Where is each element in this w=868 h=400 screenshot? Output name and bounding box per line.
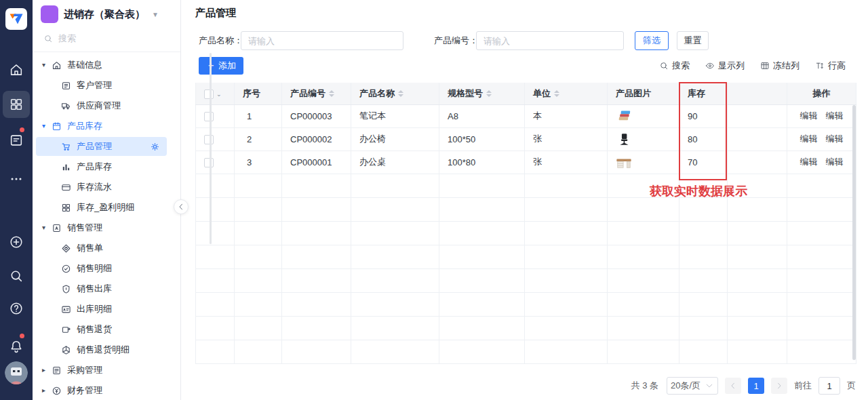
row-checkbox[interactable] [204,135,214,144]
edit-link[interactable]: 编辑 [826,157,844,167]
table-scrollbar[interactable] [852,105,856,360]
sidebar-item-销售管理[interactable]: ▾销售管理 [33,218,180,238]
more-rail-item[interactable] [0,172,33,186]
caret-down-icon[interactable]: ▾ [42,123,49,129]
sort-icon[interactable] [554,90,559,97]
toolbar-显示列[interactable]: 显示列 [705,60,745,72]
sidebar-item-销售明细[interactable]: 销售明细 [33,258,180,279]
sidebar-item-财务管理[interactable]: ▸财务管理 [33,380,180,400]
row-checkbox[interactable] [204,158,214,167]
sidebar-item-label: 供应商管理 [77,100,121,112]
check-circle-icon [61,264,71,274]
bell-rail-item[interactable] [0,339,33,354]
sidebar-item-label: 库存_盈利明细 [77,201,134,214]
page-suffix: 页 [847,380,856,392]
column-header-unit[interactable]: 单位 [525,83,608,104]
row-height-icon [815,61,825,71]
empty-table-row [196,221,856,245]
search-rail-item[interactable] [0,268,33,283]
help-rail-item[interactable] [0,301,33,316]
app-logo[interactable] [0,8,33,30]
toolbar-label: 显示列 [718,60,745,72]
empty-table-row [196,174,856,197]
prev-page-button[interactable] [725,378,741,394]
caret-right-icon[interactable]: ▸ [42,367,49,373]
caret-right-icon[interactable]: ▸ [42,388,49,393]
sort-icon[interactable] [398,90,403,97]
sidebar-item-label: 销售退货 [77,323,112,336]
toolbar-搜索[interactable]: 搜索 [659,60,690,72]
home-outline-icon [52,60,62,71]
empty-table-row [196,316,856,340]
sidebar-item-label: 客户管理 [77,79,112,92]
sidebar-item-销售出库[interactable]: 销售出库 [33,279,180,299]
chevron-down-icon[interactable]: ⌄ [216,91,222,98]
edit-link[interactable]: 编辑 [826,111,844,121]
app-rail [0,0,33,400]
sidebar-collapse-button[interactable] [174,199,189,214]
sidebar-item-产品管理[interactable]: 产品管理 [33,136,180,157]
column-header-name[interactable]: 产品名称 [351,83,439,104]
cart-icon [61,142,71,152]
sidebar-item-label: 销售单 [77,242,103,254]
add-button[interactable]: ＋ 添加 [199,57,243,75]
filter-button[interactable]: 筛选 [635,31,669,50]
home-icon [9,62,24,77]
row-checkbox[interactable] [204,112,214,121]
office-chair-image[interactable] [616,132,632,146]
product-number-input[interactable] [476,31,624,50]
sidebar-item-销售退货明细[interactable]: 销售退货明细 [33,340,180,360]
gear-icon[interactable] [150,142,160,152]
sort-icon[interactable] [329,90,334,97]
notebook-stack-image[interactable] [616,109,632,123]
toolbar-冻结列[interactable]: 冻结列 [760,60,800,72]
next-page-button[interactable] [771,378,787,394]
select-all-checkbox[interactable] [204,89,214,99]
sidebar-item-库存流水[interactable]: 库存流水 [33,177,180,197]
sidebar-item-出库明细[interactable]: 出库明细 [33,299,180,319]
sidebar-item-产品库存[interactable]: 产品库存 [33,157,180,177]
edit-link[interactable]: 编辑 [800,157,818,167]
product-name-input[interactable] [241,31,403,50]
user-avatar-rail-item[interactable] [0,361,33,384]
sidebar-item-产品库存[interactable]: ▾产品库存 [33,116,180,136]
sort-icon[interactable] [486,90,492,97]
sidebar-scrollbar[interactable] [210,53,212,244]
sidebar-menu: ▾基础信息客户管理供应商管理▾产品库存产品管理产品库存库存流水库存_盈利明细▾销… [33,52,180,400]
cell-stock: 90 [679,104,728,127]
sidebar-item-销售单[interactable]: 销售单 [33,238,180,258]
edit-link[interactable]: 编辑 [826,134,844,144]
sidebar-item-供应商管理[interactable]: 供应商管理 [33,96,180,116]
sidebar-item-label: 库存流水 [77,181,112,193]
home-rail-item[interactable] [0,62,33,77]
chevron-down-icon[interactable]: ▼ [152,11,159,18]
cell-unit: 本 [525,104,608,127]
column-header-code[interactable]: 产品编号 [282,83,351,104]
cell-code: CP000001 [282,151,351,174]
grid-small-icon [61,203,71,213]
workflow-rail-item[interactable] [0,133,33,148]
edit-link[interactable]: 编辑 [800,111,818,121]
sidebar-item-label: 出库明细 [77,303,112,315]
sidebar-item-采购管理[interactable]: ▸采购管理 [33,360,180,380]
current-page-button[interactable]: 1 [748,378,764,394]
apps-grid-rail-item[interactable] [0,97,33,112]
plus-circle-rail-item[interactable] [0,235,33,249]
sidebar-search-input[interactable]: 搜索 [33,27,180,52]
reset-button[interactable]: 重置 [677,31,709,50]
column-header-spec[interactable]: 规格型号 [439,83,525,104]
sidebar-item-销售退货[interactable]: 销售退货 [33,319,180,340]
toolbar-行高[interactable]: 行高 [815,60,846,72]
app-header[interactable]: 进销存（聚合表） ▼ [33,0,180,27]
sidebar-item-基础信息[interactable]: ▾基础信息 [33,55,180,75]
edit-link[interactable]: 编辑 [800,134,818,144]
caret-down-icon[interactable]: ▾ [42,62,49,68]
chevron-left-icon [176,202,186,212]
office-desk-image[interactable] [616,155,632,169]
sidebar-item-客户管理[interactable]: 客户管理 [33,75,180,96]
page-size-select[interactable]: 20条/页 [667,377,718,395]
caret-down-icon[interactable]: ▾ [42,225,49,231]
sidebar-item-库存_盈利明细[interactable]: 库存_盈利明细 [33,197,180,218]
search-icon [9,268,24,283]
goto-page-input[interactable] [818,377,840,395]
